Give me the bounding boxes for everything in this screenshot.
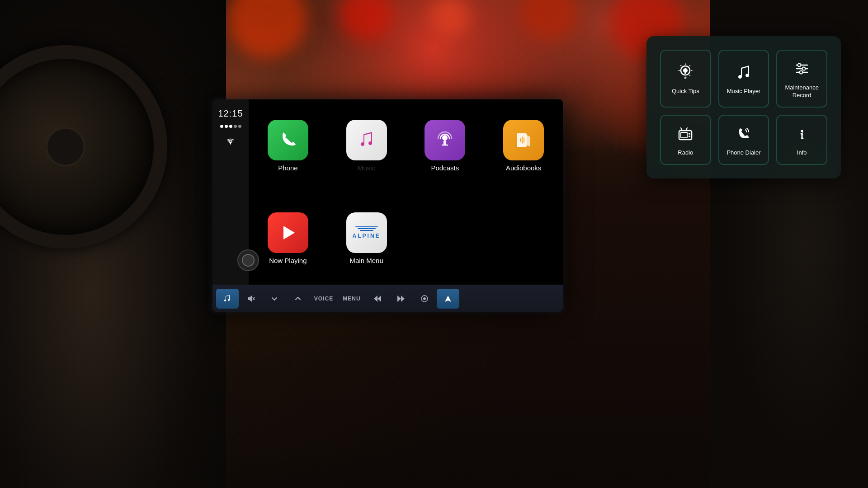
now-playing-icon — [268, 212, 308, 253]
phone-dialer-label: Phone Dialer — [726, 149, 760, 157]
svg-point-9 — [423, 297, 426, 300]
audiobooks-icon — [503, 120, 544, 160]
app-music[interactable]: Music — [327, 99, 406, 192]
control-bar: VOICE MENU — [212, 285, 563, 312]
maintenance-record-label: Maintenance Record — [782, 84, 822, 99]
infotainment-screen: 12:15 — [212, 99, 563, 312]
dot-3 — [229, 125, 232, 128]
info-label: Info — [797, 149, 807, 157]
alpine-logo: ALPINE — [353, 226, 381, 239]
svg-point-28 — [689, 136, 690, 137]
prev-ctrl-btn[interactable] — [366, 289, 389, 309]
svg-marker-7 — [397, 296, 405, 302]
app-phone[interactable]: Phone — [249, 99, 327, 192]
status-time: 12:15 — [218, 108, 243, 118]
popup-menu: Quick Tips Music Player Maintenance Reco… — [646, 36, 841, 178]
down-ctrl-btn[interactable] — [263, 289, 286, 309]
svg-line-16 — [689, 75, 690, 75]
status-bar: 12:15 — [212, 99, 249, 312]
svg-point-22 — [797, 64, 801, 67]
svg-point-1 — [442, 135, 448, 141]
nav-ctrl-btn[interactable] — [437, 289, 459, 309]
audiobooks-label: Audiobooks — [506, 164, 541, 172]
music-label: Music — [358, 164, 375, 172]
menu-music-player[interactable]: Music Player — [718, 50, 769, 108]
menu-radio[interactable]: Radio — [660, 115, 711, 165]
svg-text:i: i — [801, 130, 803, 141]
up-ctrl-btn[interactable] — [287, 289, 309, 309]
svg-point-24 — [799, 71, 802, 74]
app-podcasts[interactable]: Podcasts — [406, 99, 485, 192]
quick-tips-icon — [675, 61, 696, 83]
home-ctrl-btn[interactable] — [413, 289, 436, 309]
voice-ctrl-btn[interactable]: VOICE — [310, 289, 337, 309]
phone-label: Phone — [278, 164, 297, 172]
wifi-icon — [225, 136, 236, 147]
svg-rect-2 — [443, 141, 446, 145]
dot-4 — [234, 125, 237, 128]
music-icon — [346, 120, 387, 160]
app-grid: Phone Music Podcasts — [249, 99, 563, 285]
svg-point-23 — [802, 67, 805, 70]
svg-line-17 — [681, 66, 681, 66]
svg-point-0 — [230, 143, 231, 144]
svg-marker-3 — [283, 226, 295, 239]
podcasts-label: Podcasts — [431, 164, 459, 172]
maintenance-record-icon — [791, 58, 813, 80]
signal-dots — [220, 125, 241, 128]
music-ctrl-btn[interactable] — [216, 289, 239, 309]
app-main-menu[interactable]: ALPINE Main Menu — [327, 192, 406, 285]
svg-point-27 — [689, 133, 690, 135]
mute-ctrl-btn[interactable] — [240, 289, 262, 309]
main-menu-icon: ALPINE — [346, 212, 387, 253]
next-ctrl-btn[interactable] — [390, 289, 412, 309]
music-player-icon — [733, 61, 755, 83]
radio-label: Radio — [678, 149, 693, 157]
menu-maintenance-record[interactable]: Maintenance Record — [776, 50, 827, 108]
app-now-playing[interactable]: Now Playing — [249, 192, 327, 285]
dot-1 — [220, 125, 223, 128]
music-player-label: Music Player — [727, 88, 760, 95]
menu-ctrl-btn[interactable]: MENU — [338, 289, 365, 309]
menu-quick-tips[interactable]: Quick Tips — [660, 50, 711, 108]
main-menu-label: Main Menu — [350, 257, 383, 264]
radio-icon — [675, 123, 696, 145]
svg-line-14 — [689, 66, 690, 66]
now-playing-label: Now Playing — [269, 257, 307, 264]
menu-phone-dialer[interactable]: Phone Dialer — [718, 115, 769, 165]
svg-point-12 — [684, 77, 687, 79]
podcasts-icon — [425, 120, 465, 160]
svg-marker-6 — [374, 296, 381, 302]
dot-5 — [238, 125, 241, 128]
quick-tips-label: Quick Tips — [672, 88, 699, 95]
app-audiobooks[interactable]: Audiobooks — [484, 99, 563, 192]
phone-icon — [268, 120, 308, 160]
svg-rect-11 — [684, 75, 686, 75]
dot-2 — [225, 125, 228, 128]
menu-info[interactable]: i Info — [776, 115, 827, 165]
phone-dialer-icon — [733, 123, 755, 145]
svg-rect-26 — [681, 132, 687, 138]
info-icon: i — [791, 123, 813, 145]
